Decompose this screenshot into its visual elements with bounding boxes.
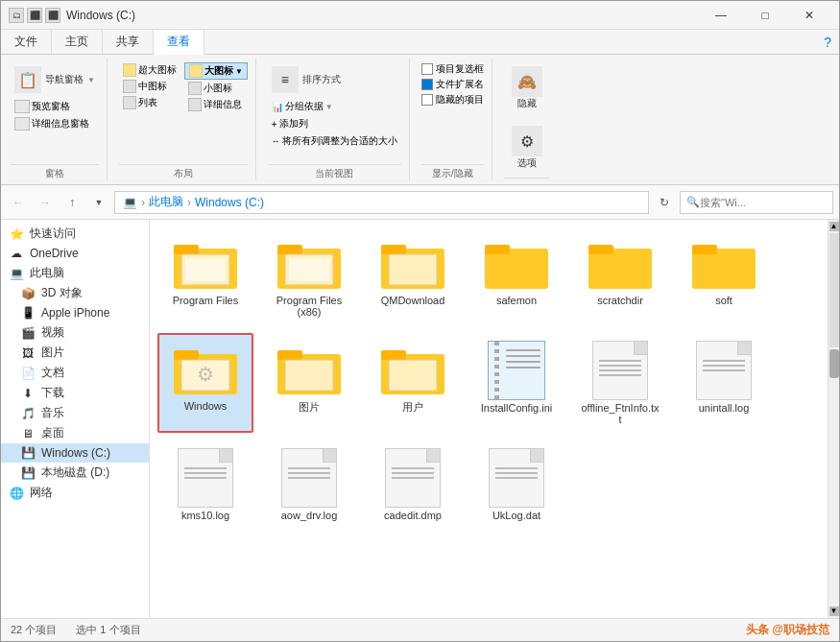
svg-rect-9 xyxy=(381,245,406,254)
add-column-btn[interactable]: +添加列 xyxy=(268,116,312,131)
sidebar-item-thispc[interactable]: 💻 此电脑 xyxy=(1,263,149,283)
file-label-picturefolder: 图片 xyxy=(299,400,320,415)
details-pane-btn[interactable]: 详细信息窗格 xyxy=(11,116,93,131)
sidebar-item-desktop[interactable]: 🖥 桌面 xyxy=(1,423,149,443)
file-label-scratchdir: scratchdir xyxy=(597,295,643,306)
cloud-icon: ☁ xyxy=(9,246,24,261)
sidebar-label-windowsc: Windows (C:) xyxy=(41,446,110,460)
file-item-aowdrv[interactable]: aow_drv.log xyxy=(261,440,357,529)
window-controls: — □ ✕ xyxy=(699,1,831,30)
hide-btn[interactable]: 🙈 隐藏 xyxy=(504,62,550,114)
file-item-offlineftninfo[interactable]: offline_FtnInfo.txt xyxy=(572,333,668,433)
file-item-users[interactable]: 用户 xyxy=(365,333,461,433)
svg-rect-13 xyxy=(588,249,652,289)
up-button[interactable]: ↑ xyxy=(60,191,84,214)
address-path[interactable]: 💻 › 此电脑 › Windows (C:) xyxy=(114,191,649,214)
extra-large-icons-btn[interactable]: 超大图标 xyxy=(119,62,180,78)
small-icons-btn[interactable]: 小图标 xyxy=(184,81,248,96)
recent-button[interactable]: ▼ xyxy=(87,191,110,214)
tab-view[interactable]: 查看 xyxy=(154,30,204,55)
file-item-kms10[interactable]: kms10.log xyxy=(157,440,253,529)
tab-share[interactable]: 共享 xyxy=(103,30,154,54)
preview-pane-btn[interactable]: 预览窗格 xyxy=(11,99,74,114)
forward-button[interactable]: → xyxy=(34,191,57,214)
sidebar-item-onedrive[interactable]: ☁ OneDrive xyxy=(1,244,149,263)
folder-svg-safemon xyxy=(483,235,550,293)
path-drive-icon: 💻 xyxy=(123,196,137,209)
window-title: Windows (C:) xyxy=(66,9,693,22)
item-checkbox-row[interactable]: 项目复选框 xyxy=(421,62,484,76)
hidden-items-row[interactable]: 隐藏的项目 xyxy=(421,93,484,107)
file-label-soft: soft xyxy=(715,295,732,306)
ribbon-group-layout: 超大图标 中图标 列表 大 xyxy=(115,59,256,180)
fit-columns-btn[interactable]: ↔将所有列调整为合适的大小 xyxy=(268,133,401,149)
download-icon: ⬇ xyxy=(20,386,36,401)
sidebar-item-windowsc[interactable]: 💾 Windows (C:) xyxy=(1,443,149,463)
sidebar-item-locald[interactable]: 💾 本地磁盘 (D:) xyxy=(1,463,149,483)
back-button[interactable]: ← xyxy=(7,191,30,214)
list-btn[interactable]: 列表 xyxy=(119,95,180,110)
pane-group-label: 窗格 xyxy=(11,164,99,180)
help-button[interactable]: ? xyxy=(816,30,839,54)
ribbon-tabs: 文件 主页 共享 查看 ? xyxy=(1,30,839,55)
close-button[interactable]: ✕ xyxy=(787,1,831,30)
file-item-programfilesx86[interactable]: Program Files (x86) xyxy=(261,227,357,325)
sidebar: ⭐ 快速访问 ☁ OneDrive 💻 此电脑 📦 3D 对象 📱 Apple … xyxy=(1,220,150,618)
layout-col2: 大图标 ▼ 小图标 详细信息 xyxy=(184,62,248,112)
quick-access-icon2[interactable]: ⬛ xyxy=(45,8,60,23)
file-ext-checkbox[interactable] xyxy=(421,79,433,90)
file-label-safemon: safemon xyxy=(496,295,537,306)
svg-rect-1 xyxy=(174,245,199,254)
computer-icon: 💻 xyxy=(9,266,24,281)
file-item-pictures[interactable]: 图片 xyxy=(261,333,357,433)
search-box[interactable]: 🔍 xyxy=(680,191,833,214)
file-label-users: 用户 xyxy=(402,400,423,415)
nav-pane-btn[interactable]: 📋 导航窗格 ▼ xyxy=(11,62,99,97)
item-checkbox[interactable] xyxy=(421,63,433,75)
file-item-installconfig[interactable]: InstallConfig.ini xyxy=(468,333,564,433)
hidden-items-checkbox[interactable] xyxy=(421,94,433,106)
sidebar-item-video[interactable]: 🎬 视频 xyxy=(1,322,149,343)
sidebar-item-downloads[interactable]: ⬇ 下载 xyxy=(1,383,149,403)
sidebar-label-thispc: 此电脑 xyxy=(30,265,64,281)
folder-svg-scratchdir xyxy=(587,235,654,293)
details-btn[interactable]: 详细信息 xyxy=(184,97,248,112)
scrollbar-right[interactable]: ▲ ▼ xyxy=(828,220,839,618)
sidebar-item-pictures[interactable]: 🖼 图片 xyxy=(1,343,149,363)
music-icon: 🎵 xyxy=(20,406,36,421)
maximize-button[interactable]: □ xyxy=(743,1,787,30)
options-btn[interactable]: ⚙ 选项 xyxy=(504,122,550,174)
sidebar-item-appleiphone[interactable]: 📱 Apple iPhone xyxy=(1,303,149,322)
file-item-programfiles[interactable]: Program Files xyxy=(157,227,253,325)
desktop-icon: 🖥 xyxy=(20,426,36,441)
file-item-scratchdir[interactable]: scratchdir xyxy=(572,227,668,325)
quick-access-icon[interactable]: ⬛ xyxy=(27,8,42,23)
file-label-programfilesx86: Program Files (x86) xyxy=(269,295,349,318)
sort-by-btn[interactable]: ≡ 排序方式 xyxy=(268,62,354,97)
file-item-soft[interactable]: soft xyxy=(676,227,772,325)
path-drive[interactable]: Windows (C:) xyxy=(195,196,264,209)
path-computer[interactable]: 此电脑 xyxy=(149,194,183,210)
file-item-uklog[interactable]: UkLog.dat xyxy=(468,440,564,529)
refresh-button[interactable]: ↻ xyxy=(653,191,676,214)
group-by-btn[interactable]: 📊分组依据▼ xyxy=(268,99,337,114)
file-item-safemon[interactable]: safemon xyxy=(468,227,564,325)
file-item-cadedit[interactable]: cadedit.dmp xyxy=(365,440,461,529)
file-ext-row[interactable]: 文件扩展名 xyxy=(421,78,484,91)
file-item-windows[interactable]: ⚙ Windows xyxy=(157,333,253,433)
sidebar-item-3dobjects[interactable]: 📦 3D 对象 xyxy=(1,283,149,303)
svg-rect-15 xyxy=(692,249,756,289)
search-input[interactable] xyxy=(700,197,827,208)
ribbon: 文件 主页 共享 查看 ? 📋 导航窗格 ▼ 预览窗格 xyxy=(1,30,839,185)
large-icons-btn[interactable]: 大图标 ▼ xyxy=(184,62,248,80)
minimize-button[interactable]: — xyxy=(699,1,743,30)
sidebar-item-network[interactable]: 🌐 网络 xyxy=(1,483,149,503)
medium-icons-btn[interactable]: 中图标 xyxy=(119,79,180,94)
file-item-unintall[interactable]: unintall.log xyxy=(676,333,772,433)
file-item-qmdownload[interactable]: QMDownload xyxy=(365,227,461,325)
tab-file[interactable]: 文件 xyxy=(1,30,52,54)
sidebar-item-documents[interactable]: 📄 文档 xyxy=(1,363,149,383)
sidebar-item-quickaccess[interactable]: ⭐ 快速访问 xyxy=(1,224,149,244)
tab-home[interactable]: 主页 xyxy=(52,30,103,54)
sidebar-item-music[interactable]: 🎵 音乐 xyxy=(1,403,149,423)
